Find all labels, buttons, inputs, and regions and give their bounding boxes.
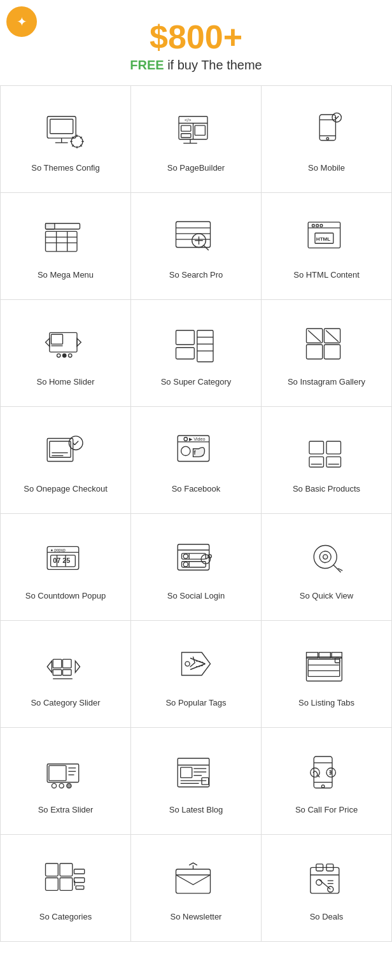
free-suffix: if buy The theme xyxy=(164,58,262,72)
svg-rect-58 xyxy=(176,348,195,359)
home-slider-icon xyxy=(40,323,91,368)
quick-view-label: So Quick View xyxy=(300,591,353,600)
basic-products-label: So Basic Products xyxy=(293,484,360,494)
svg-rect-70 xyxy=(50,441,71,457)
svg-point-132 xyxy=(52,783,56,788)
grid-cell-pagebuilder: </>So PageBuilder xyxy=(131,86,262,193)
super-category-label: So Super Category xyxy=(161,377,232,387)
svg-marker-50 xyxy=(46,338,50,346)
grid-cell-super-category: So Super Category xyxy=(131,300,262,407)
themes-config-icon xyxy=(40,110,91,154)
grid-cell-home-slider: So Home Slider xyxy=(1,300,131,407)
social-login-icon xyxy=(171,537,221,582)
svg-point-133 xyxy=(59,783,64,788)
html-content-icon: HTML xyxy=(301,217,352,261)
svg-line-149 xyxy=(318,776,320,778)
svg-rect-159 xyxy=(76,886,84,889)
popular-tags-icon xyxy=(171,644,221,689)
svg-point-134 xyxy=(67,783,71,788)
listing-tabs-icon xyxy=(301,644,352,689)
svg-rect-45 xyxy=(316,225,319,227)
html-content-label: So HTML Content xyxy=(293,270,360,280)
svg-text:▶ Video: ▶ Video xyxy=(189,436,205,442)
svg-rect-155 xyxy=(60,878,73,891)
svg-point-76 xyxy=(184,437,187,441)
grid-cell-social-login: So Social Login xyxy=(131,514,262,621)
svg-rect-81 xyxy=(326,441,341,454)
svg-rect-42 xyxy=(308,222,340,248)
onepage-checkout-label: So Onepage Checkout xyxy=(24,484,108,494)
countdown-popup-label: So Countdown Popup xyxy=(25,591,106,600)
newsletter-icon xyxy=(171,858,221,903)
svg-rect-113 xyxy=(53,670,62,676)
mobile-label: So Mobile xyxy=(308,163,345,173)
free-text: FREE if buy The theme xyxy=(13,58,379,73)
svg-rect-28 xyxy=(46,224,55,229)
svg-rect-44 xyxy=(312,225,315,227)
svg-point-97 xyxy=(183,554,188,558)
latest-blog-icon xyxy=(171,751,221,796)
svg-rect-119 xyxy=(307,657,342,681)
grid-cell-themes-config: So Themes Config xyxy=(1,86,131,193)
svg-rect-82 xyxy=(309,457,324,467)
listing-tabs-label: So Listing Tabs xyxy=(298,698,354,707)
svg-line-107 xyxy=(333,565,341,572)
free-word: FREE xyxy=(130,58,164,72)
svg-rect-160 xyxy=(176,869,211,893)
extra-slider-icon xyxy=(40,751,91,796)
deals-label: So Deals xyxy=(310,912,344,921)
svg-rect-93 xyxy=(178,544,209,571)
pagebuilder-label: So PageBuilder xyxy=(167,163,225,173)
grid-cell-onepage-checkout: So Onepage Checkout xyxy=(1,407,131,514)
grid-cell-deals: So Deals xyxy=(262,835,392,942)
svg-point-147 xyxy=(321,785,325,788)
grid-cell-latest-blog: So Latest Blog xyxy=(131,728,262,835)
svg-point-25 xyxy=(326,138,329,140)
svg-point-100 xyxy=(183,562,188,567)
svg-rect-22 xyxy=(319,115,335,141)
social-login-label: So Social Login xyxy=(167,591,225,600)
svg-rect-80 xyxy=(309,441,324,454)
grid-cell-call-for-price: So Call For Price xyxy=(262,728,392,835)
svg-rect-127 xyxy=(47,764,79,783)
super-category-icon xyxy=(171,323,221,368)
svg-text:●  popup: ● popup xyxy=(51,548,66,553)
grid-cell-listing-tabs: So Listing Tabs xyxy=(262,621,392,728)
grid-cell-popular-tags: So Popular Tags xyxy=(131,621,262,728)
price-text: $800+ xyxy=(13,19,379,55)
svg-rect-126 xyxy=(335,658,340,663)
svg-rect-157 xyxy=(74,878,85,883)
svg-rect-83 xyxy=(326,457,341,467)
mega-menu-label: So Mega Menu xyxy=(38,270,94,280)
svg-text:</>: </> xyxy=(185,117,191,123)
search-pro-label: So Search Pro xyxy=(169,270,223,280)
grid-cell-categories: So Categories xyxy=(1,835,131,942)
grid-cell-instagram-gallery: So Instagram Gallery xyxy=(262,300,392,407)
categories-label: So Categories xyxy=(39,912,92,921)
svg-marker-110 xyxy=(75,661,80,672)
grid-cell-countdown-popup: ● popup07 25So Countdown Popup xyxy=(1,514,131,621)
svg-rect-156 xyxy=(74,869,85,874)
pagebuilder-icon: </> xyxy=(171,110,221,154)
svg-rect-135 xyxy=(178,758,209,787)
instagram-gallery-icon xyxy=(301,323,352,368)
svg-point-53 xyxy=(63,354,66,357)
category-slider-icon xyxy=(40,644,91,689)
svg-rect-59 xyxy=(197,330,213,362)
search-pro-icon xyxy=(171,217,221,261)
mobile-icon xyxy=(301,110,352,154)
modules-grid: So Themes Config</>So PageBuilderSo Mobi… xyxy=(0,85,392,942)
svg-rect-154 xyxy=(46,878,59,891)
svg-marker-109 xyxy=(47,661,52,672)
onepage-checkout-icon xyxy=(40,430,91,475)
svg-rect-18 xyxy=(181,134,191,138)
svg-point-52 xyxy=(57,354,60,357)
facebook-label: So Facebook xyxy=(172,484,221,494)
grid-cell-newsletter: So Newsletter xyxy=(131,835,262,942)
svg-rect-46 xyxy=(320,225,323,227)
svg-marker-51 xyxy=(77,338,81,346)
basic-products-icon xyxy=(301,430,352,475)
badge-icon: ✦ xyxy=(6,6,37,37)
svg-rect-66 xyxy=(324,344,340,359)
grid-cell-search-pro: So Search Pro xyxy=(131,193,262,300)
